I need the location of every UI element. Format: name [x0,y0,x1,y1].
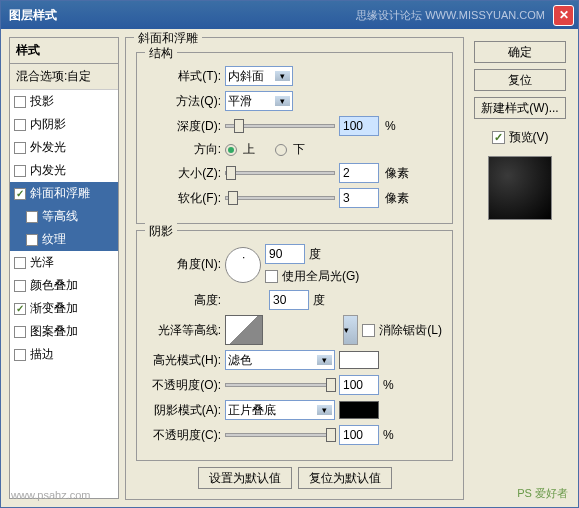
close-button[interactable]: ✕ [553,5,574,26]
shadow-opacity-label: 不透明度(C): [147,427,221,444]
size-unit: 像素 [385,165,409,182]
preview-checkbox[interactable] [492,131,505,144]
sidebar-item[interactable]: 纹理 [10,228,118,251]
contour-label: 光泽等高线: [147,322,221,339]
style-checkbox[interactable] [14,280,26,292]
sidebar-item-label: 等高线 [42,208,78,225]
size-slider[interactable] [225,171,335,175]
sidebar-item-label: 斜面和浮雕 [30,185,90,202]
sidebar-item[interactable]: 颜色叠加 [10,274,118,297]
size-label: 大小(Z): [147,165,221,182]
style-checkbox[interactable] [14,257,26,269]
sidebar-item[interactable]: 描边 [10,343,118,366]
sidebar-item[interactable]: 内阴影 [10,113,118,136]
shadow-opacity-input[interactable]: 100 [339,425,379,445]
shadow-mode-label: 阴影模式(A): [147,402,221,419]
shading-group: 阴影 角度(N): 90 度 使用全局光(G) [136,230,453,461]
titlebar: 图层样式 思缘设计论坛 WWW.MISSYUAN.COM ✕ [1,1,578,29]
preview-label: 预览(V) [509,129,549,146]
altitude-label: 高度: [147,292,221,309]
shadow-opacity-slider[interactable] [225,433,335,437]
highlight-mode-select[interactable]: 滤色▾ [225,350,335,370]
shadow-mode-select[interactable]: 正片叠底▾ [225,400,335,420]
direction-label: 方向: [147,141,221,158]
direction-up-radio[interactable] [225,144,237,156]
altitude-input[interactable]: 30 [269,290,309,310]
structure-group: 结构 样式(T): 内斜面▾ 方法(Q): 平滑▾ 深度(D): 100 % [136,52,453,224]
depth-slider[interactable] [225,124,335,128]
highlight-color-swatch[interactable] [339,351,379,369]
sidebar-item[interactable]: 外发光 [10,136,118,159]
sidebar-item-label: 描边 [30,346,54,363]
global-light-label: 使用全局光(G) [282,268,359,285]
watermark-url: www.psahz.com [11,489,90,501]
sidebar-item-label: 投影 [30,93,54,110]
make-default-button[interactable]: 设置为默认值 [198,467,292,489]
style-checkbox[interactable] [14,326,26,338]
blend-options[interactable]: 混合选项:自定 [10,64,118,90]
sidebar-item-label: 内发光 [30,162,66,179]
style-checkbox[interactable] [26,234,38,246]
style-checkbox[interactable] [14,188,26,200]
soften-input[interactable]: 3 [339,188,379,208]
layer-style-dialog: 图层样式 思缘设计论坛 WWW.MISSYUAN.COM ✕ 样式 混合选项:自… [0,0,579,508]
style-checkbox[interactable] [14,303,26,315]
chevron-down-icon: ▾ [275,96,290,106]
style-checkbox[interactable] [14,142,26,154]
sidebar-item-label: 纹理 [42,231,66,248]
sidebar-item[interactable]: 斜面和浮雕 [10,182,118,205]
depth-unit: % [385,119,396,133]
sidebar-item-label: 图案叠加 [30,323,78,340]
ok-button[interactable]: 确定 [474,41,566,63]
contour-picker[interactable] [225,315,263,345]
sidebar-item[interactable]: 等高线 [10,205,118,228]
style-label: 样式(T): [147,68,221,85]
reset-default-button[interactable]: 复位为默认值 [298,467,392,489]
global-light-checkbox[interactable] [265,270,278,283]
soften-unit: 像素 [385,190,409,207]
sidebar-item-label: 内阴影 [30,116,66,133]
highlight-opacity-input[interactable]: 100 [339,375,379,395]
chevron-down-icon: ▾ [317,405,332,415]
watermark: PS 爱好者 [517,486,568,501]
style-checkbox[interactable] [14,349,26,361]
antialias-label: 消除锯齿(L) [379,322,442,339]
antialias-checkbox[interactable] [362,324,375,337]
window-title: 图层样式 [5,7,356,24]
angle-input[interactable]: 90 [265,244,305,264]
sidebar-item-label: 外发光 [30,139,66,156]
chevron-down-icon: ▾ [275,71,290,81]
depth-label: 深度(D): [147,118,221,135]
angle-wheel[interactable] [225,247,261,283]
chevron-down-icon[interactable]: ▾ [343,315,358,345]
sidebar-item-label: 渐变叠加 [30,300,78,317]
styles-sidebar: 样式 混合选项:自定 投影内阴影外发光内发光斜面和浮雕等高线纹理光泽颜色叠加渐变… [9,37,119,499]
cancel-button[interactable]: 复位 [474,69,566,91]
sidebar-item[interactable]: 光泽 [10,251,118,274]
angle-label: 角度(N): [147,256,221,273]
structure-legend: 结构 [145,45,177,62]
right-panel: 确定 复位 新建样式(W)... 预览(V) [470,37,570,499]
style-checkbox[interactable] [14,165,26,177]
method-select[interactable]: 平滑▾ [225,91,293,111]
method-label: 方法(Q): [147,93,221,110]
soften-slider[interactable] [225,196,335,200]
depth-input[interactable]: 100 [339,116,379,136]
preview-swatch [488,156,552,220]
shadow-color-swatch[interactable] [339,401,379,419]
sidebar-item[interactable]: 渐变叠加 [10,297,118,320]
style-checkbox[interactable] [14,119,26,131]
size-input[interactable]: 2 [339,163,379,183]
sidebar-item[interactable]: 图案叠加 [10,320,118,343]
bevel-emboss-group: 斜面和浮雕 结构 样式(T): 内斜面▾ 方法(Q): 平滑▾ 深度(D): 1… [125,37,464,500]
style-checkbox[interactable] [26,211,38,223]
new-style-button[interactable]: 新建样式(W)... [474,97,566,119]
style-select[interactable]: 内斜面▾ [225,66,293,86]
main-panel: 斜面和浮雕 结构 样式(T): 内斜面▾ 方法(Q): 平滑▾ 深度(D): 1… [125,37,464,499]
direction-down-radio[interactable] [275,144,287,156]
highlight-opacity-slider[interactable] [225,383,335,387]
style-checkbox[interactable] [14,96,26,108]
sidebar-item[interactable]: 内发光 [10,159,118,182]
sidebar-item-label: 颜色叠加 [30,277,78,294]
sidebar-item[interactable]: 投影 [10,90,118,113]
